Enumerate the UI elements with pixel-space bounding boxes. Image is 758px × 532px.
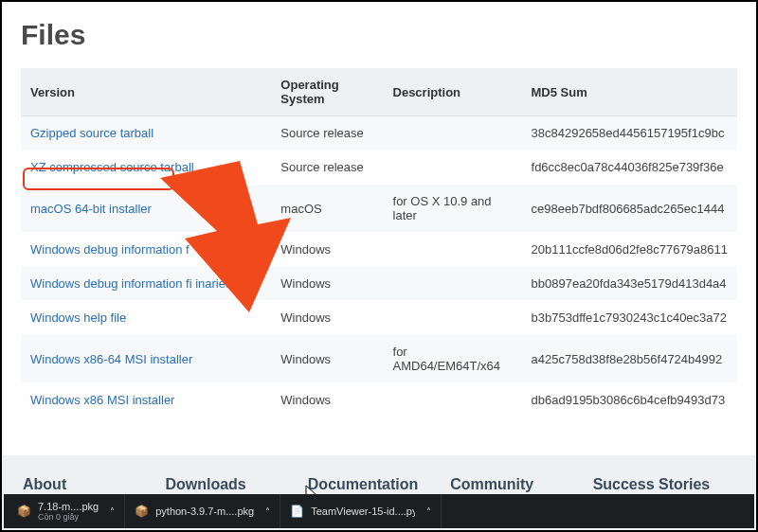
download-link[interactable]: Gzipped source tarball (30, 126, 153, 140)
download-link[interactable]: Windows x86-64 MSI installer (30, 352, 192, 366)
footer-heading[interactable]: Downloads (165, 476, 307, 493)
cell-os: Source release (271, 151, 383, 185)
cell-desc (384, 301, 522, 335)
col-version: Version (21, 68, 271, 116)
cell-os: macOS (271, 185, 383, 233)
download-link[interactable]: Windows debug information fi inaries (30, 276, 231, 291)
table-row: Windows debug information fi inariesWind… (21, 267, 737, 301)
col-md5: MD5 Sum (522, 68, 737, 116)
table-row: Gzipped source tarballSource release38c8… (21, 116, 737, 151)
cell-desc (384, 267, 522, 301)
chevron-up-icon[interactable]: ˄ (106, 506, 115, 517)
table-row: macOS 64-bit installermacOSfor OS X 10.9… (21, 185, 737, 233)
footer-heading[interactable]: About (23, 476, 165, 493)
cell-os: Windows (271, 335, 383, 383)
download-link[interactable]: Windows help file (30, 310, 126, 325)
table-row: Windows x86-64 MSI installerWindowsfor A… (21, 335, 737, 383)
cell-desc: for OS X 10.9 and later (384, 185, 522, 233)
download-bar-sub: Còn 0 giây (38, 512, 99, 522)
download-bar-label: 7.18-m....pkg (38, 501, 99, 513)
footer-heading[interactable]: Documentation (308, 476, 450, 493)
download-link[interactable]: Windows x86 MSI installer (30, 393, 174, 407)
download-bar-label: TeamViewer-15-id....py (311, 505, 415, 518)
cell-md5: b3b753dffe1c7930243c1c40ec3a72 (522, 301, 737, 335)
package-icon: 📦 (135, 505, 148, 518)
col-desc: Description (384, 68, 522, 116)
cell-md5: 38c84292658ed4456157195f1c9bc (522, 116, 737, 151)
download-bar: 📦7.18-m....pkgCòn 0 giây˄📦python-3.9.7-m… (4, 494, 754, 528)
cell-os: Windows (271, 233, 383, 267)
cell-os: Windows (271, 267, 383, 301)
download-bar-item[interactable]: 📦python-3.9.7-m....pkg˄ (125, 494, 280, 528)
cell-md5: db6ad9195b3086c6b4cefb9493d73 (522, 383, 737, 417)
download-link[interactable]: macOS 64-bit installer (30, 202, 152, 216)
footer-heading[interactable]: Success Stories (593, 476, 735, 493)
cell-desc: for AMD64/EM64T/x64 (384, 335, 522, 383)
download-bar-label: python-3.9.7-m....pkg (155, 505, 254, 518)
table-row: Windows debug information fWindows20b111… (21, 233, 737, 267)
table-row: Windows help fileWindowsb3b753dffe1c7930… (21, 301, 737, 335)
download-link[interactable]: Windows debug information f (30, 242, 190, 257)
package-icon: 📦 (17, 505, 30, 518)
download-bar-item[interactable]: 📄TeamViewer-15-id....py˄ (280, 494, 442, 528)
col-os: Operating System (271, 68, 383, 116)
footer-heading[interactable]: Community (450, 476, 592, 493)
cell-os: Windows (271, 301, 383, 335)
cell-md5: fd6cc8ec0a78c44036f825e739f36e (522, 151, 737, 185)
cell-md5: ce98eeb7bdf806685adc265ec1444 (522, 185, 737, 233)
cell-md5: bb0897ea20fda343e5179d413d4a4 (522, 267, 737, 301)
chevron-up-icon[interactable]: ˄ (423, 506, 431, 517)
cell-md5: a425c758d38f8e28b56f4724b4992 (522, 335, 737, 383)
cell-md5: 20b111ccfe8d06d2fe8c77679a8611 (522, 233, 737, 267)
cell-desc (384, 116, 522, 151)
cell-os: Windows (271, 383, 383, 417)
python-file-icon: 📄 (290, 505, 303, 518)
table-row: Windows x86 MSI installerWindowsdb6ad919… (21, 383, 737, 417)
cell-desc (384, 233, 522, 267)
chevron-up-icon[interactable]: ˄ (262, 506, 270, 517)
cell-desc (384, 151, 522, 185)
download-bar-item[interactable]: 📦7.18-m....pkgCòn 0 giây˄ (8, 494, 125, 528)
cell-os: Source release (271, 116, 383, 151)
download-link[interactable]: XZ compressed source tarball (30, 160, 194, 174)
cell-desc (384, 383, 522, 417)
page-title: Files (21, 19, 737, 51)
table-row: XZ compressed source tarballSource relea… (21, 151, 737, 185)
downloads-table: Version Operating System Description MD5… (21, 68, 737, 417)
